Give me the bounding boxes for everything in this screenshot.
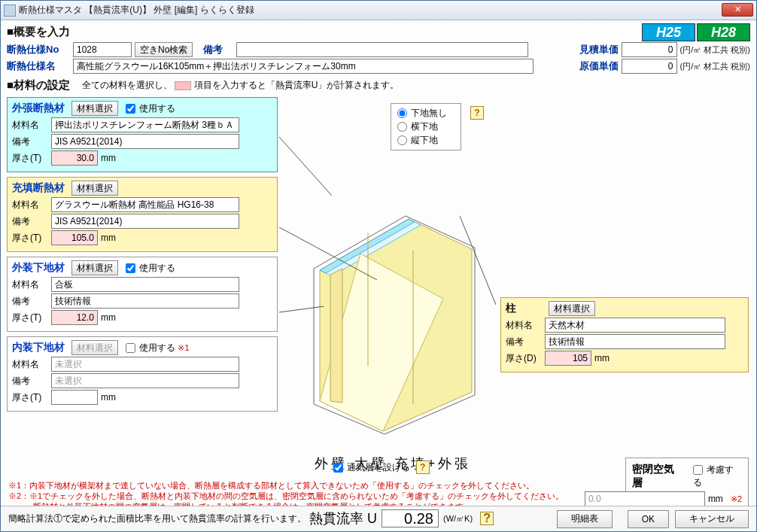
help-icon[interactable]: ? (470, 106, 484, 120)
extbase-title: 外装下地材 (12, 261, 65, 275)
ext-remark-input[interactable] (51, 134, 239, 149)
remarks-input[interactable] (236, 42, 528, 57)
help-icon[interactable]: ? (480, 512, 494, 525)
close-button[interactable]: ✕ (722, 3, 753, 17)
base-orientation-radio-group: 下地無し 横下地 縦下地 (391, 103, 461, 150)
fill-title: 充填断熱材 (12, 181, 65, 195)
fill-thick-input[interactable] (51, 230, 98, 245)
calc-note: 簡略計算法①で定められた面積比率を用いて熱貫流率の計算を行います。 (8, 512, 306, 525)
svg-marker-7 (330, 269, 342, 403)
intbase-use-checkbox[interactable]: 使用する ※1 (126, 342, 190, 353)
extbase-material-select-button[interactable]: 材料選択 (71, 260, 118, 275)
fill-insulation-panel: 充填断熱材 材料選択 材料名 備考 厚さ(T) mm (7, 177, 278, 252)
overview-heading: ■概要を入力 (7, 25, 750, 39)
radio-vert[interactable]: 縦下地 (397, 134, 455, 147)
spec-no-row: 断熱仕様No 空きNo検索 備考 見積単価 (円/㎡ 材工共 税別) (7, 42, 750, 57)
pink-swatch-icon (175, 81, 191, 90)
cost-price-label: 原価単価 (579, 59, 619, 73)
fill-name-input[interactable] (51, 197, 239, 212)
pillar-title: 柱 (506, 302, 516, 315)
materials-heading-row: ■材料の設定 全ての材料を選択し、 項目を入力すると「熱貫流率U」が計算されます… (7, 78, 750, 93)
pillar-name-input[interactable] (545, 318, 725, 333)
vent-checkbox[interactable]: 通気層を設ける (333, 462, 410, 473)
ext-material-select-button[interactable]: 材料選択 (71, 101, 118, 116)
footer-bar: 簡略計算法①で定められた面積比率を用いて熱貫流率の計算を行います。 熱貫流率 U… (1, 506, 756, 531)
pillar-panel: 柱 材料選択 材料名 備考 厚さ(D) mm (500, 297, 749, 372)
est-price-input[interactable] (622, 42, 677, 57)
spec-name-input[interactable] (73, 59, 534, 74)
extbase-remark-input[interactable] (51, 293, 239, 309)
wall-section-diagram: 外壁 大壁 充填+外張 (300, 193, 485, 449)
cost-price-input[interactable] (622, 59, 677, 74)
price-unit: (円/㎡ 材工共 税別) (680, 44, 751, 56)
extbase-name-input[interactable] (51, 277, 239, 292)
fill-remark-input[interactable] (51, 214, 239, 229)
airseal-title: 密閉空気層 (632, 463, 684, 490)
pillar-panel-wrap: 柱 材料選択 材料名 備考 厚さ(D) mm (500, 293, 749, 377)
intbase-remark-input (51, 373, 239, 388)
extbase-use-checkbox[interactable]: 使用する (126, 263, 175, 273)
price-unit-2: (円/㎡ 材工共 税別) (680, 61, 751, 72)
svg-line-8 (279, 137, 332, 196)
fill-material-select-button[interactable]: 材料選択 (71, 181, 118, 196)
detail-button[interactable]: 明細表 (557, 510, 613, 528)
intbase-title: 内装下地材 (12, 341, 65, 354)
window-title: 断熱仕様マスタ 【熱貫流率(U)】 外壁 [編集] らくらく登録 (19, 4, 254, 17)
title-bar: 断熱仕様マスタ 【熱貫流率(U)】 外壁 [編集] らくらく登録 ✕ (1, 1, 756, 20)
empty-no-search-button[interactable]: 空きNo検索 (135, 42, 193, 57)
intbase-name-input (51, 357, 239, 372)
materials-hint: 全ての材料を選択し、 項目を入力すると「熱貫流率U」が計算されます。 (82, 79, 399, 92)
interior-base-panel: 内装下地材 材料選択 使用する ※1 材料名 備考 厚さ(T) mm (7, 336, 278, 412)
remarks-label: 備考 (203, 43, 233, 56)
app-icon (4, 5, 16, 17)
exterior-base-panel: 外装下地材 材料選択 使用する 材料名 備考 厚さ(T) mm (7, 257, 278, 332)
external-insulation-panel: 外張断熱材 材料選択 使用する 材料名 備考 厚さ(T) mm (7, 97, 278, 172)
pillar-material-select-button[interactable]: 材料選択 (549, 301, 595, 316)
airseal-note: ※2 (731, 494, 742, 504)
intbase-thick-input (51, 390, 98, 405)
dialog-window: 断熱仕様マスタ 【熱貫流率(U)】 外壁 [編集] らくらく登録 ✕ H25 H… (0, 0, 757, 532)
radio-horiz[interactable]: 横下地 (397, 120, 455, 133)
u-label: 熱貫流率 U (309, 509, 377, 527)
ok-button[interactable]: OK (628, 510, 669, 528)
radio-none[interactable]: 下地無し (397, 107, 455, 120)
ext-use-checkbox[interactable]: 使用する (126, 103, 175, 114)
u-unit: (W/㎡K) (443, 513, 473, 524)
ext-name-input[interactable] (51, 117, 239, 132)
u-value-row: 熱貫流率 U 0.28 (W/㎡K) ? (309, 509, 494, 527)
cancel-button[interactable]: キャンセル (675, 510, 749, 528)
spec-no-input[interactable] (73, 42, 132, 57)
extbase-thick-input[interactable] (51, 310, 98, 325)
spec-no-label: 断熱仕様No (7, 43, 70, 56)
airseal-value-input (585, 491, 705, 506)
pillar-thick-input[interactable] (545, 351, 591, 366)
help-icon[interactable]: ? (416, 461, 430, 474)
content-area: ■概要を入力 断熱仕様No 空きNo検索 備考 見積単価 (円/㎡ 材工共 税別… (1, 20, 756, 531)
materials-heading: ■材料の設定 (7, 78, 70, 93)
est-price-label: 見積単価 (579, 43, 619, 56)
pillar-remark-input[interactable] (545, 334, 725, 349)
spec-name-label: 断熱仕様名 (7, 59, 70, 73)
intbase-material-select-button: 材料選択 (71, 340, 118, 355)
ventilation-row: 通気層を設ける ? (333, 461, 430, 474)
airseal-consider-checkbox[interactable]: 考慮する (693, 464, 742, 489)
u-value: 0.28 (382, 509, 439, 527)
ext-title: 外張断熱材 (12, 102, 65, 115)
ext-thick-input[interactable] (51, 150, 98, 166)
spec-name-row: 断熱仕様名 原価単価 (円/㎡ 材工共 税別) (7, 59, 750, 74)
